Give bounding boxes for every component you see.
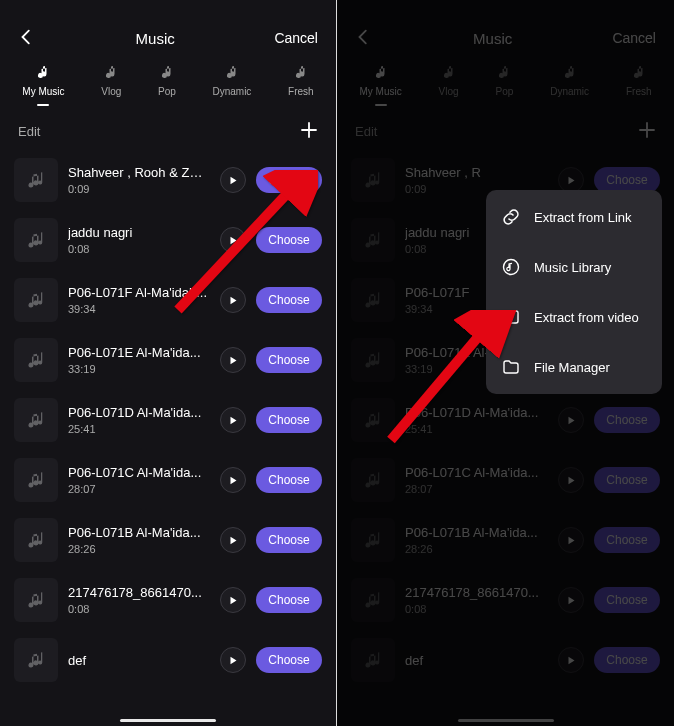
menu-music-library[interactable]: Music Library (486, 242, 662, 292)
song-thumbnail (14, 398, 58, 442)
choose-button[interactable]: Choose (256, 287, 322, 313)
song-thumbnail (14, 578, 58, 622)
link-icon (502, 208, 520, 226)
menu-file-manager[interactable]: File Manager (486, 342, 662, 392)
play-button[interactable] (220, 287, 246, 313)
choose-button[interactable]: Choose (256, 647, 322, 673)
tab-pop[interactable]: Pop (158, 64, 176, 97)
choose-button[interactable]: Choose (256, 167, 322, 193)
song-thumbnail (14, 158, 58, 202)
header: Music Cancel (0, 0, 336, 46)
song-duration: 0:09 (68, 183, 210, 195)
song-duration: 0:08 (68, 243, 210, 255)
menu-extract-link[interactable]: Extract from Link (486, 192, 662, 242)
tab-my-music[interactable]: My Music (22, 64, 64, 97)
play-button[interactable] (220, 407, 246, 433)
choose-button[interactable]: Choose (256, 467, 322, 493)
play-button[interactable] (220, 587, 246, 613)
song-info: 217476178_8661470...0:08 (68, 585, 210, 615)
song-duration: 0:08 (68, 603, 210, 615)
add-button[interactable] (300, 121, 318, 142)
song-info: P06-L071F Al-Ma'idah...39:34 (68, 285, 210, 315)
cancel-button[interactable]: Cancel (274, 30, 318, 46)
song-thumbnail (14, 458, 58, 502)
song-thumbnail (14, 278, 58, 322)
choose-button[interactable]: Choose (256, 227, 322, 253)
song-row: P06-L071F Al-Ma'idah...39:34Choose (12, 270, 324, 330)
extract-video-icon (502, 308, 520, 326)
song-title: P06-L071B Al-Ma'ida... (68, 525, 208, 540)
choose-button[interactable]: Choose (256, 347, 322, 373)
song-duration: 28:26 (68, 543, 210, 555)
category-tabs: My Music Vlog Pop Dynamic Fresh (0, 46, 336, 103)
song-info: def (68, 653, 210, 668)
tab-dynamic[interactable]: Dynamic (212, 64, 251, 97)
tab-vlog[interactable]: Vlog (101, 64, 121, 97)
song-thumbnail (14, 338, 58, 382)
song-row: jaddu nagri0:08Choose (12, 210, 324, 270)
play-button[interactable] (220, 467, 246, 493)
song-list: Shahveer , Rooh & Zai...0:09Choosejaddu … (0, 146, 336, 690)
song-info: P06-L071C Al-Ma'ida...28:07 (68, 465, 210, 495)
song-info: P06-L071D Al-Ma'ida...25:41 (68, 405, 210, 435)
song-duration: 33:19 (68, 363, 210, 375)
song-row: P06-L071D Al-Ma'ida...25:41Choose (12, 390, 324, 450)
song-row: defChoose (12, 630, 324, 690)
song-duration: 25:41 (68, 423, 210, 435)
page-title: Music (136, 30, 175, 47)
song-duration: 39:34 (68, 303, 210, 315)
back-button[interactable] (18, 28, 36, 49)
song-title: P06-L071C Al-Ma'ida... (68, 465, 208, 480)
song-row: P06-L071C Al-Ma'ida...28:07Choose (12, 450, 324, 510)
song-info: P06-L071B Al-Ma'ida...28:26 (68, 525, 210, 555)
song-thumbnail (14, 518, 58, 562)
menu-extract-video[interactable]: Extract from video (486, 292, 662, 342)
song-title: P06-L071E Al-Ma'ida... (68, 345, 208, 360)
song-thumbnail (14, 638, 58, 682)
song-title: P06-L071D Al-Ma'ida... (68, 405, 208, 420)
edit-button[interactable]: Edit (18, 124, 40, 139)
choose-button[interactable]: Choose (256, 587, 322, 613)
play-button[interactable] (220, 167, 246, 193)
toolbar: Edit (0, 103, 336, 146)
choose-button[interactable]: Choose (256, 407, 322, 433)
choose-button[interactable]: Choose (256, 527, 322, 553)
song-title: Shahveer , Rooh & Zai... (68, 165, 208, 180)
phone-left: Music Cancel My Music Vlog Pop Dynamic F… (0, 0, 337, 726)
song-info: jaddu nagri0:08 (68, 225, 210, 255)
music-library-icon (502, 258, 520, 276)
song-title: jaddu nagri (68, 225, 208, 240)
song-row: P06-L071E Al-Ma'ida...33:19Choose (12, 330, 324, 390)
song-title: def (68, 653, 208, 668)
play-button[interactable] (220, 647, 246, 673)
add-menu-popup: Extract from Link Music Library Extract … (486, 190, 662, 394)
phone-right: Music Cancel My Music Vlog Pop Dynamic F… (337, 0, 674, 726)
play-button[interactable] (220, 527, 246, 553)
play-button[interactable] (220, 347, 246, 373)
song-duration: 28:07 (68, 483, 210, 495)
song-title: 217476178_8661470... (68, 585, 208, 600)
song-row: P06-L071B Al-Ma'ida...28:26Choose (12, 510, 324, 570)
song-row: Shahveer , Rooh & Zai...0:09Choose (12, 150, 324, 210)
song-row: 217476178_8661470...0:08Choose (12, 570, 324, 630)
song-thumbnail (14, 218, 58, 262)
song-title: P06-L071F Al-Ma'idah... (68, 285, 208, 300)
tab-fresh[interactable]: Fresh (288, 64, 314, 97)
song-info: Shahveer , Rooh & Zai...0:09 (68, 165, 210, 195)
song-info: P06-L071E Al-Ma'ida...33:19 (68, 345, 210, 375)
play-button[interactable] (220, 227, 246, 253)
home-indicator (120, 719, 216, 722)
folder-icon (502, 358, 520, 376)
